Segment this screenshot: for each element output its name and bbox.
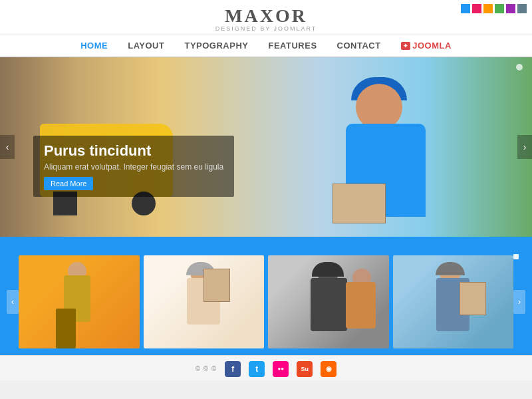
footer: © © © f t ●● Su ◉ bbox=[0, 355, 532, 380]
logo-title: MAXOR bbox=[0, 5, 532, 27]
hero-slider: Purus tincidunt Aliquam erat volutpat. I… bbox=[0, 57, 532, 237]
hero-subtitle: Aliquam erat volutpat. Integer feugiat s… bbox=[44, 162, 223, 172]
gallery-item-1 bbox=[19, 255, 140, 348]
hero-title: Purus tincidunt bbox=[44, 142, 223, 160]
gallery-item-2 bbox=[144, 255, 265, 348]
swatch-blue[interactable] bbox=[461, 4, 470, 13]
rss-icon[interactable]: ◉ bbox=[321, 361, 336, 377]
nav-typography[interactable]: TYPOGRAPHY bbox=[184, 41, 248, 51]
gallery-item-3 bbox=[268, 255, 389, 348]
flickr-icon[interactable]: ●● bbox=[273, 361, 289, 377]
swatch-orange[interactable] bbox=[483, 4, 493, 13]
twitter-icon[interactable]: t bbox=[249, 361, 265, 377]
slider-dot bbox=[516, 64, 523, 70]
read-more-button[interactable]: Read More bbox=[44, 177, 93, 190]
nav-home[interactable]: HOME bbox=[80, 41, 108, 51]
gallery-item-4 bbox=[393, 255, 514, 348]
hero-arrow-right[interactable]: › bbox=[517, 135, 532, 159]
hero-arrow-left[interactable]: ‹ bbox=[0, 135, 15, 159]
swatch-green[interactable] bbox=[495, 4, 504, 13]
nav-contact[interactable]: CONTACT bbox=[337, 41, 381, 51]
gallery-arrow-right[interactable]: › bbox=[513, 290, 525, 314]
footer-copyright: © © © bbox=[196, 365, 217, 372]
stumbleupon-icon[interactable]: Su bbox=[297, 361, 313, 377]
logo-subtitle: DESIGNED BY JOOMLART bbox=[0, 25, 532, 32]
main-nav: HOME LAYOUT TYPOGRAPHY FEATURES CONTACT … bbox=[0, 35, 532, 57]
hero-illustration bbox=[319, 84, 452, 237]
gallery-arrow-left[interactable]: ‹ bbox=[7, 290, 19, 314]
header: MAXOR DESIGNED BY JOOMLART bbox=[0, 0, 532, 35]
swatch-gray[interactable] bbox=[517, 4, 527, 13]
nav-joomla[interactable]: ✦ JOOMLA bbox=[401, 41, 452, 51]
blue-divider bbox=[0, 237, 532, 249]
gallery-inner bbox=[19, 255, 513, 348]
swatch-purple[interactable] bbox=[506, 4, 515, 13]
color-swatches bbox=[461, 4, 527, 13]
gallery-dot bbox=[513, 254, 519, 259]
gallery-section: ‹ bbox=[0, 249, 532, 355]
swatch-pink[interactable] bbox=[472, 4, 481, 13]
hero-text-box: Purus tincidunt Aliquam erat volutpat. I… bbox=[33, 136, 234, 197]
nav-features[interactable]: FEATURES bbox=[268, 41, 317, 51]
joomla-icon: ✦ bbox=[401, 42, 411, 50]
nav-layout[interactable]: LAYOUT bbox=[128, 41, 164, 51]
package-box bbox=[332, 184, 386, 223]
facebook-icon[interactable]: f bbox=[225, 361, 241, 377]
